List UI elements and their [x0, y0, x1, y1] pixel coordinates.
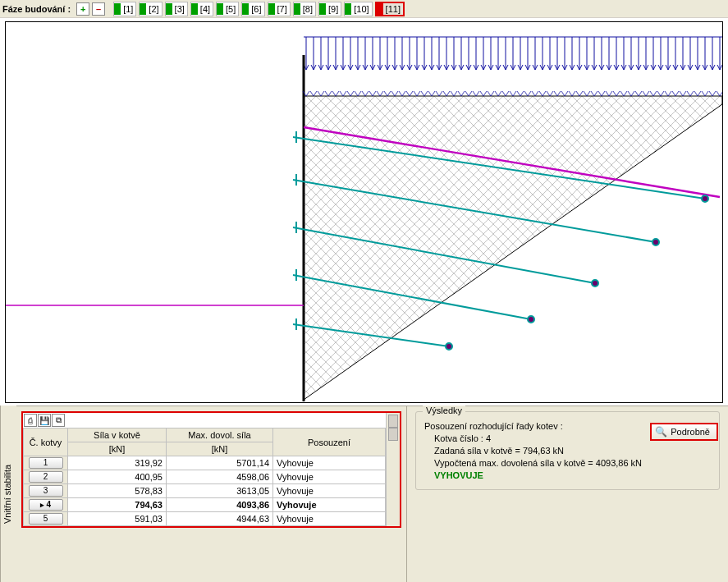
- cell-max: 4093,86: [167, 498, 273, 512]
- detail-button-label: Podrobně: [671, 427, 710, 437]
- row-header[interactable]: 1: [24, 456, 68, 470]
- svg-point-64: [652, 239, 659, 245]
- anchor-table: Č. kotvy Síla v kotvě Max. dovol. síla P…: [23, 428, 386, 526]
- table-row[interactable]: 2400,954598,06Vyhovuje: [24, 470, 386, 484]
- print-icon[interactable]: ⎙: [24, 414, 37, 427]
- phase-button-4[interactable]: [4]: [190, 2, 213, 16]
- bottom-panel: Vnitřní stabilita ⎙ 💾 ⧉: [0, 406, 728, 582]
- cell-force: 319,92: [68, 456, 167, 470]
- cell-max: 3613,05: [167, 484, 273, 498]
- cell-verdict: Vyhovuje: [273, 456, 386, 470]
- table-row[interactable]: 1319,925701,14Vyhovuje: [24, 456, 386, 470]
- phase-label: Fáze budování :: [2, 4, 71, 14]
- cell-max: 4598,06: [167, 470, 273, 484]
- cell-verdict: Vyhovuje: [273, 484, 386, 498]
- table-row[interactable]: 3578,833613,05Vyhovuje: [24, 484, 386, 498]
- svg-point-70: [446, 343, 452, 350]
- row-header[interactable]: 3: [24, 484, 68, 498]
- row-header[interactable]: 5: [24, 512, 68, 526]
- results-verdict: VYHOVUJE: [434, 470, 711, 480]
- cell-force: 578,83: [68, 484, 167, 498]
- phase-button-9[interactable]: [9]: [318, 2, 341, 16]
- phase-button-7[interactable]: [7]: [268, 2, 291, 16]
- surface-marks: [303, 91, 722, 96]
- results-summary-panel: Výsledky Posouzení rozhodující řady kote…: [406, 406, 728, 582]
- table-toolbar: ⎙ 💾 ⧉: [23, 413, 386, 428]
- phase-button-10[interactable]: [10]: [344, 2, 372, 16]
- cell-max: 5701,14: [167, 456, 273, 470]
- col-max-force-unit: [kN]: [167, 442, 273, 456]
- phase-button-6[interactable]: [6]: [241, 2, 264, 16]
- svg-marker-59: [304, 96, 722, 400]
- phase-button-11[interactable]: [11]: [375, 2, 405, 16]
- phase-buttons: [1][2][3][4][5][6][7][8][9][10][11]: [113, 2, 405, 16]
- cell-max: 4944,63: [167, 512, 273, 526]
- results-table-panel: ⎙ 💾 ⧉ Č. kotvy Síla v kotvě: [16, 406, 406, 582]
- detail-button[interactable]: 🔍 Podrobně: [650, 423, 718, 441]
- cell-force: 400,95: [68, 470, 167, 484]
- col-max-force[interactable]: Max. dovol. síla: [167, 428, 273, 442]
- phase-button-3[interactable]: [3]: [165, 2, 188, 16]
- col-force[interactable]: Síla v kotvě: [68, 428, 167, 442]
- add-phase-icon[interactable]: +: [76, 2, 89, 16]
- phase-button-5[interactable]: [5]: [216, 2, 239, 16]
- col-force-unit: [kN]: [68, 442, 167, 456]
- copy-icon[interactable]: ⧉: [52, 414, 65, 427]
- row-header[interactable]: 4: [24, 498, 68, 512]
- results-given-force: Zadaná síla v kotvě = 794,63 kN: [434, 446, 711, 456]
- svg-point-66: [592, 280, 598, 286]
- cell-force: 794,63: [68, 498, 167, 512]
- model-canvas[interactable]: [5, 21, 723, 403]
- col-verdict[interactable]: Posouzení: [273, 428, 386, 456]
- table-row[interactable]: 5591,034944,63Vyhovuje: [24, 512, 386, 526]
- detail-icon: 🔍: [655, 426, 667, 438]
- phase-toolbar: Fáze budování : + – [1][2][3][4][5][6][7…: [0, 0, 728, 18]
- side-tab-internal-stability[interactable]: Vnitřní stabilita: [0, 406, 16, 582]
- phase-button-8[interactable]: [8]: [293, 2, 316, 16]
- svg-point-68: [528, 316, 534, 323]
- results-max-force: Vypočtená max. dovolená síla v kotvě = 4…: [434, 458, 711, 468]
- table-row[interactable]: 4794,634093,86Vyhovuje: [24, 498, 386, 512]
- model-svg: [6, 22, 722, 402]
- save-icon[interactable]: 💾: [38, 414, 51, 427]
- table-scrollbar[interactable]: [386, 413, 400, 526]
- remove-phase-icon[interactable]: –: [92, 2, 105, 16]
- cell-verdict: Vyhovuje: [273, 512, 386, 526]
- cell-verdict: Vyhovuje: [273, 470, 386, 484]
- row-header[interactable]: 2: [24, 470, 68, 484]
- svg-point-62: [702, 195, 708, 202]
- cell-verdict: Vyhovuje: [273, 498, 386, 512]
- phase-button-1[interactable]: [1]: [113, 2, 136, 16]
- cell-force: 591,03: [68, 512, 167, 526]
- surcharge-load: [304, 37, 722, 70]
- ground-hatch: [304, 96, 722, 400]
- col-anchor-no[interactable]: Č. kotvy: [24, 428, 68, 456]
- results-group-title: Výsledky: [423, 406, 465, 415]
- phase-button-2[interactable]: [2]: [139, 2, 162, 16]
